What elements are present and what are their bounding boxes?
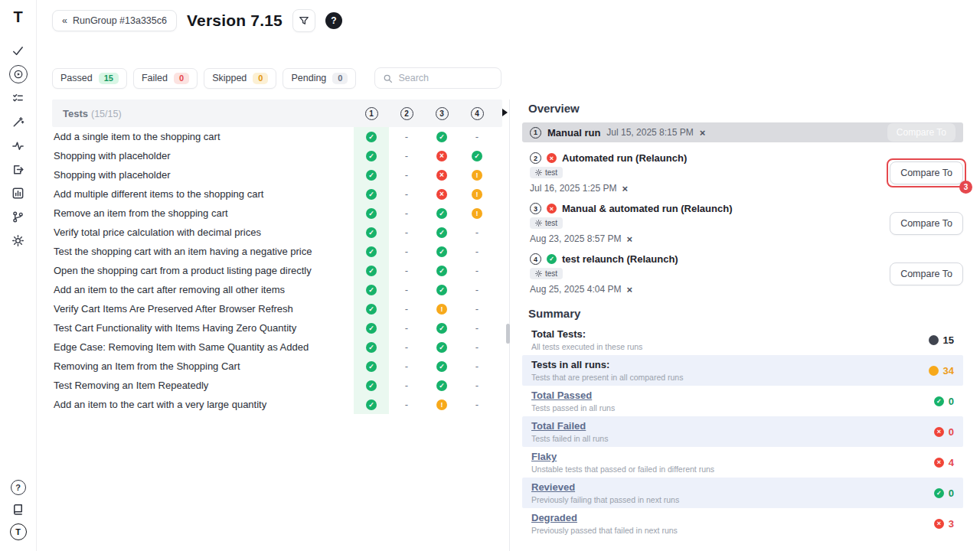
sidebar-item-reports[interactable] <box>9 184 28 202</box>
summary-row-revieved: Revieved Previously failing that passed … <box>522 478 963 508</box>
filter-chip-skipped[interactable]: Skipped 0 <box>204 68 276 89</box>
status-icon <box>934 396 944 406</box>
table-row[interactable]: Remove an item from the shopping cart <box>52 204 502 223</box>
sidebar-item-settings[interactable] <box>9 231 28 249</box>
bar-chart-icon <box>11 187 24 200</box>
tag-chip[interactable]: test <box>530 217 563 229</box>
status-icon <box>934 488 944 498</box>
run-number: 3 <box>530 203 541 214</box>
result-icon <box>401 285 412 295</box>
compare-to-button[interactable]: Compare To <box>890 161 963 184</box>
summary-link-flaky[interactable]: Flaky <box>531 451 714 462</box>
summary-link-total-failed[interactable]: Total Failed <box>531 420 608 432</box>
table-row[interactable]: Add multiple different items to the shop… <box>52 184 502 204</box>
chip-count-badge: 0 <box>253 73 268 84</box>
table-row[interactable]: Test Cart Functionality with Items Havin… <box>52 318 502 337</box>
filter-chip-passed[interactable]: Passed 15 <box>52 68 127 89</box>
sidebar-item-export[interactable] <box>9 160 28 178</box>
page-help-icon[interactable] <box>325 12 342 29</box>
tests-table-header: Tests(15/15) 1 2 3 4 <box>52 99 502 127</box>
scrollbar-thumb[interactable] <box>506 324 510 344</box>
tag-chip[interactable]: test <box>530 167 563 178</box>
result-icon <box>472 170 482 181</box>
summary-link-degraded[interactable]: Degraded <box>531 512 678 523</box>
compare-to-button[interactable]: Compare To <box>890 212 963 235</box>
remove-run-icon[interactable] <box>622 184 628 194</box>
result-icon <box>401 323 412 334</box>
search-input[interactable] <box>398 73 493 83</box>
result-icon <box>472 227 482 238</box>
table-row[interactable]: Edge Case: Removing Item with Same Quant… <box>52 337 502 357</box>
compare-to-button[interactable]: Compare To <box>890 262 963 285</box>
summary-title: Summary <box>528 307 963 320</box>
test-name: Verify total price calculation with deci… <box>52 227 354 238</box>
search-icon <box>383 73 393 83</box>
back-button-label: RunGroup #13a335c6 <box>73 15 167 26</box>
filter-button[interactable] <box>292 9 315 32</box>
table-row[interactable]: Test Removing an Item Repeatedly <box>52 376 502 395</box>
result-icon <box>401 246 412 257</box>
check-icon <box>11 44 24 57</box>
status-icon <box>929 366 939 376</box>
summary-value: 0 <box>949 487 954 499</box>
overview-panel: Overview 1 Manual run Jul 15, 2025 8:15 … <box>516 99 980 551</box>
sidebar-item-tests[interactable] <box>9 41 28 60</box>
test-name: Test Cart Functionality with Items Havin… <box>52 322 354 334</box>
sidebar-item-branches[interactable] <box>9 207 28 226</box>
collapse-panel-icon[interactable] <box>502 109 508 116</box>
result-icon <box>401 170 412 181</box>
tag-gear-icon <box>535 169 542 176</box>
sidebar-item-results[interactable] <box>9 89 28 107</box>
tag-chip[interactable]: test <box>530 268 563 279</box>
tag-gear-icon <box>535 270 542 277</box>
table-row[interactable]: Verify Cart Items Are Preserved After Br… <box>52 299 502 318</box>
tests-count: (15/15) <box>91 109 122 119</box>
test-name: Edge Case: Removing Item with Same Quant… <box>52 341 354 353</box>
profile-logo-icon[interactable]: T <box>10 523 27 540</box>
run-row-selected[interactable]: 1 Manual run Jul 15, 2025 8:15 PM Compar… <box>522 122 963 142</box>
table-row[interactable]: Add a single item to the shopping cart <box>52 127 502 146</box>
result-icon <box>472 342 482 353</box>
run-column-2[interactable]: 2 <box>400 107 413 120</box>
test-name: Add an item to the cart with a very larg… <box>52 399 354 410</box>
sidebar-item-runs[interactable] <box>9 65 28 83</box>
result-icon <box>401 304 412 315</box>
compare-to-button-ghost[interactable]: Compare To <box>887 123 956 142</box>
table-row[interactable]: Add an item to the cart after removing a… <box>52 280 502 299</box>
result-icon <box>366 266 377 276</box>
run-row: 2 Automated run (Relaunch) test Jul 16, … <box>522 152 963 194</box>
run-row: 4 test relaunch (Relaunch) test Aug 25, … <box>522 253 963 295</box>
back-to-rungroup-button[interactable]: « RunGroup #13a335c6 <box>52 10 177 31</box>
result-icon <box>436 151 447 161</box>
filter-chip-failed[interactable]: Failed 0 <box>133 68 198 89</box>
test-name: Shopping with placeholder <box>52 150 354 161</box>
summary-link-revieved[interactable]: Revieved <box>531 481 679 493</box>
sidebar-item-analytics[interactable] <box>9 136 28 155</box>
run-column-3[interactable]: 3 <box>436 107 449 120</box>
table-row[interactable]: Add an item to the cart with a very larg… <box>52 395 502 414</box>
remove-run-icon[interactable] <box>626 234 632 244</box>
topbar: « RunGroup #13a335c6 Version 7.15 <box>52 8 980 34</box>
table-row[interactable]: Removing an Item from the Shopping Cart <box>52 357 502 376</box>
table-row[interactable]: Shopping with placeholder <box>52 146 502 165</box>
test-name: Test Removing an Item Repeatedly <box>52 380 354 391</box>
run-row: 3 Manual & automated run (Relaunch) test… <box>522 203 963 244</box>
annotation-badge: 3 <box>959 181 972 194</box>
sidebar-item-ai[interactable] <box>9 112 28 131</box>
remove-run-icon[interactable] <box>626 285 632 295</box>
remove-run-icon[interactable] <box>700 128 706 138</box>
result-icon <box>436 285 447 295</box>
help-icon[interactable] <box>11 480 26 495</box>
table-row[interactable]: Test the shopping cart with an item havi… <box>52 242 502 261</box>
docs-icon[interactable] <box>11 503 24 516</box>
run-column-4[interactable]: 4 <box>471 107 484 120</box>
tag-label: test <box>545 168 557 177</box>
result-icon <box>401 189 412 200</box>
table-row[interactable]: Verify total price calculation with deci… <box>52 223 502 242</box>
filter-chip-pending[interactable]: Pending 0 <box>283 68 356 89</box>
summary-link-total-passed[interactable]: Total Passed <box>531 390 615 401</box>
table-row[interactable]: Open the shopping cart from a product li… <box>52 261 502 280</box>
app-logo[interactable]: T <box>13 9 22 24</box>
table-row[interactable]: Shopping with placeholder <box>52 165 502 184</box>
run-column-1[interactable]: 1 <box>365 107 378 120</box>
